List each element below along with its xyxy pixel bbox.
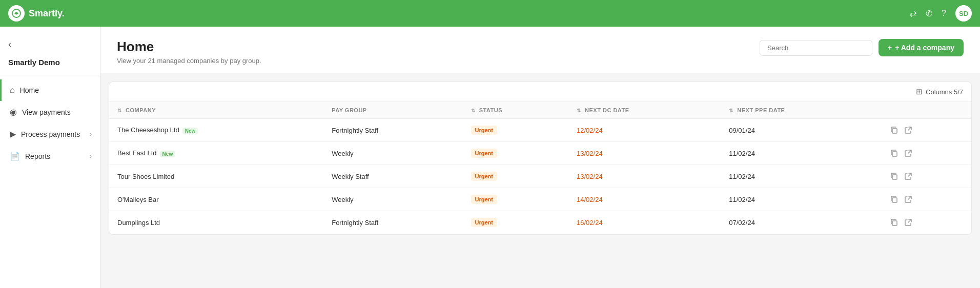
new-badge: New [182, 128, 198, 134]
column-next-ppe-date[interactable]: ⇅ NEXT PPE DATE [721, 102, 881, 119]
sidebar-back-button[interactable]: ‹ [0, 35, 100, 54]
cell-actions [881, 165, 971, 188]
cell-pay-group: Weekly [323, 142, 462, 165]
copy-button[interactable] [889, 217, 899, 228]
company-name: Best Fast Ltd [117, 149, 157, 157]
brand-logo[interactable]: Smartly. [8, 5, 65, 22]
cell-next-dc-date: 14/02/24 [568, 188, 721, 211]
cell-pay-group: Fortnightly Staff [323, 211, 462, 234]
logo-icon [8, 5, 25, 22]
cell-pay-group: Weekly [323, 188, 462, 211]
brand-name: Smartly. [29, 8, 65, 19]
sidebar-item-label: View payments [22, 108, 71, 116]
cell-status: Urgent [463, 119, 568, 142]
help-icon[interactable]: ? [942, 9, 946, 18]
add-company-button[interactable]: + + Add a company [879, 39, 964, 56]
column-pay-group: PAY GROUP [323, 102, 462, 119]
open-button[interactable] [903, 171, 913, 181]
cell-pay-group: Fortnightly Staff [323, 119, 462, 142]
cell-company: Tour Shoes Limited [109, 165, 323, 188]
table-row: Tour Shoes Limited Weekly Staff Urgent 1… [109, 165, 971, 188]
table-header: ⇅ COMPANY PAY GROUP ⇅ STATUS ⇅ [109, 102, 971, 119]
cell-company: O'Malleys Bar [109, 188, 323, 211]
column-status[interactable]: ⇅ STATUS [463, 102, 568, 119]
table-row: The Cheeseshop LtdNew Fortnightly Staff … [109, 119, 971, 142]
top-navigation: Smartly. ⇄ ✆ ? SD [0, 0, 980, 27]
cell-status: Urgent [463, 211, 568, 234]
page-subtitle: View your 21 managed companies by pay gr… [117, 57, 261, 65]
cell-next-dc-date: 13/02/24 [568, 165, 721, 188]
page-header-left: Home View your 21 managed companies by p… [117, 39, 261, 65]
sidebar-item-process-payments[interactable]: ▶ Process payments › [0, 123, 100, 145]
sort-icon: ⇅ [471, 108, 476, 113]
process-payments-icon: ▶ [10, 129, 16, 139]
topnav-actions: ⇄ ✆ ? SD [910, 5, 972, 22]
sort-icon: ⇅ [577, 108, 581, 113]
row-actions [889, 148, 963, 158]
sidebar-item-view-payments[interactable]: ◉ View payments [0, 101, 100, 123]
company-name: O'Malleys Bar [117, 196, 159, 203]
column-company[interactable]: ⇅ COMPANY [109, 102, 323, 119]
sidebar-item-label: Home [20, 86, 39, 94]
open-button[interactable] [903, 217, 913, 228]
status-badge: Urgent [471, 149, 497, 158]
row-actions [889, 194, 963, 204]
user-avatar[interactable]: SD [955, 5, 972, 22]
open-button[interactable] [903, 148, 913, 158]
copy-button[interactable] [889, 148, 899, 158]
sort-icon: ⇅ [117, 108, 122, 113]
open-button[interactable] [903, 194, 913, 204]
transfer-icon[interactable]: ⇄ [910, 9, 916, 18]
status-badge: Urgent [471, 195, 497, 204]
sidebar-item-reports[interactable]: 📄 Reports › [0, 145, 100, 167]
cell-pay-group: Weekly Staff [323, 165, 462, 188]
sidebar-item-home[interactable]: ⌂ Home [0, 79, 100, 101]
companies-table-container: ⊞ Columns 5/7 ⇅ COMPANY PAY GROUP [109, 81, 972, 235]
cell-next-dc-date: 13/02/24 [568, 142, 721, 165]
sidebar: ‹ Smartly Demo ⌂ Home ◉ View payments ▶ … [0, 27, 100, 288]
svg-rect-4 [892, 198, 897, 202]
column-actions [881, 102, 971, 119]
home-icon: ⌂ [10, 86, 15, 95]
copy-button[interactable] [889, 194, 899, 204]
search-input[interactable] [760, 40, 872, 56]
chevron-right-icon: › [90, 152, 92, 160]
column-next-dc-date[interactable]: ⇅ NEXT DC DATE [568, 102, 721, 119]
cell-next-dc-date: 16/02/24 [568, 211, 721, 234]
cell-next-ppe-date: 11/02/24 [721, 188, 881, 211]
plus-icon: + [888, 44, 892, 52]
cell-next-ppe-date: 07/02/24 [721, 211, 881, 234]
sidebar-item-label: Process payments [21, 130, 80, 138]
svg-rect-2 [892, 152, 897, 156]
cell-actions [881, 188, 971, 211]
chevron-right-icon: › [90, 130, 92, 138]
copy-button[interactable] [889, 125, 899, 135]
cell-next-ppe-date: 11/02/24 [721, 165, 881, 188]
columns-label[interactable]: Columns 5/7 [926, 88, 963, 96]
open-button[interactable] [903, 125, 913, 135]
sidebar-company-name: Smartly Demo [0, 54, 100, 75]
row-actions [889, 125, 963, 135]
phone-icon[interactable]: ✆ [926, 9, 932, 18]
page-title: Home [117, 39, 261, 55]
svg-rect-3 [892, 175, 897, 179]
cell-status: Urgent [463, 142, 568, 165]
cell-company: Dumplings Ltd [109, 211, 323, 234]
main-content: Home View your 21 managed companies by p… [100, 27, 980, 288]
copy-button[interactable] [889, 171, 899, 181]
app-layout: ‹ Smartly Demo ⌂ Home ◉ View payments ▶ … [0, 27, 980, 288]
row-actions [889, 217, 963, 228]
cell-actions [881, 142, 971, 165]
company-name: The Cheeseshop Ltd [117, 126, 179, 134]
columns-icon: ⊞ [916, 87, 923, 96]
sidebar-item-label: Reports [25, 152, 50, 160]
cell-actions [881, 119, 971, 142]
cell-status: Urgent [463, 188, 568, 211]
table-row: Best Fast LtdNew Weekly Urgent 13/02/24 … [109, 142, 971, 165]
cell-company: The Cheeseshop LtdNew [109, 119, 323, 142]
table-row: O'Malleys Bar Weekly Urgent 14/02/24 11/… [109, 188, 971, 211]
cell-company: Best Fast LtdNew [109, 142, 323, 165]
cell-next-dc-date: 12/02/24 [568, 119, 721, 142]
svg-rect-1 [892, 129, 897, 133]
table-scroll: ⇅ COMPANY PAY GROUP ⇅ STATUS ⇅ [109, 102, 971, 234]
